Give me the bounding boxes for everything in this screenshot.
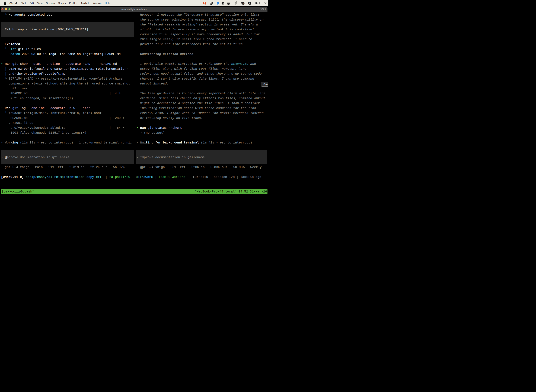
svg-text:..61: ..61 [242, 3, 244, 4]
